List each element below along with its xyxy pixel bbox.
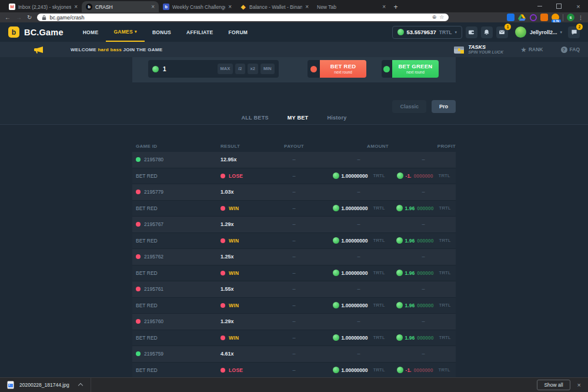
nav-games[interactable]: GAMES▾ <box>106 22 145 42</box>
tab-close-icon[interactable]: × <box>305 4 309 10</box>
bet-green-button[interactable]: BET GREEN next round <box>392 60 439 78</box>
nav-affiliate[interactable]: AFFILIATE <box>179 22 221 42</box>
username-label[interactable]: Jellyroll2... <box>530 29 557 35</box>
tab-newtab[interactable]: New Tab × <box>313 1 390 12</box>
main-nav: HOME GAMES▾ BONUS AFFILIATE FORUM <box>75 22 256 42</box>
trtl-coin-icon <box>333 270 339 276</box>
url-text: bc.game/crash <box>49 15 429 21</box>
classic-mode-button[interactable]: Classic <box>392 100 426 113</box>
megaphone-icon <box>34 46 44 54</box>
zoom-page-icon[interactable]: ⊕ <box>432 15 437 20</box>
bet-red-button[interactable]: BET RED next round <box>320 60 366 78</box>
amount-cell: 1.00000000TRTL <box>326 302 391 308</box>
tab-binance[interactable]: ◆ Balance - Wallet - Binance × <box>236 1 313 12</box>
gmail-icon: M <box>9 4 15 10</box>
bet-color-dot <box>220 303 225 308</box>
max-button[interactable]: MAX <box>218 64 233 74</box>
extension-icon-blue[interactable] <box>507 14 514 21</box>
tab-close-icon[interactable]: × <box>228 4 232 10</box>
trtl-coin-icon <box>333 205 339 211</box>
double-button[interactable]: x2 <box>248 64 258 74</box>
table-row-game[interactable]: 2195767 1.29x – – – <box>132 217 456 233</box>
maximize-button[interactable] <box>549 0 569 12</box>
tab-crash-active[interactable]: b CRASH × <box>82 1 159 12</box>
amount-value: – <box>326 318 391 324</box>
browser-profile-avatar[interactable]: s <box>567 14 574 21</box>
table-row-game[interactable]: 2195759 4.61x – – – <box>132 346 456 363</box>
trtl-coin-icon <box>397 29 404 35</box>
brand-title[interactable]: BC.Game <box>24 28 64 37</box>
address-bar[interactable]: bc.game/crash ⊕ ☆ <box>37 14 449 21</box>
outcome-label: WIN <box>229 335 239 341</box>
col-result: RESULT <box>220 144 262 149</box>
close-window-button[interactable]: × <box>569 0 588 12</box>
game-result-dot <box>136 190 141 194</box>
new-tab-button[interactable]: + <box>390 1 402 12</box>
table-row-game[interactable]: 2195779 1.03x – – – <box>132 184 456 201</box>
bet-amount-value[interactable]: 1 <box>163 66 215 72</box>
reload-icon[interactable]: ↻ <box>27 15 32 21</box>
tab-close-icon[interactable]: × <box>382 4 386 10</box>
table-row-bet[interactable]: BET RED WIN – 1.00000000TRTL 1.96000000T… <box>132 233 456 250</box>
pro-mode-button[interactable]: Pro <box>432 100 456 113</box>
bet-amount-input[interactable]: 1 MAX /2 x2 MIN <box>148 60 279 78</box>
close-shelf-icon[interactable]: × <box>577 381 581 388</box>
table-row-bet[interactable]: BET RED WIN – 1.00000000TRTL 1.96000000T… <box>132 265 456 282</box>
chat-button[interactable]: 2 <box>568 26 580 38</box>
trtl-coin-icon <box>396 205 403 211</box>
bet-type-label: BET RED <box>132 205 220 211</box>
notifications-button[interactable] <box>481 26 493 38</box>
half-button[interactable]: /2 <box>235 64 245 74</box>
table-row-bet[interactable]: BET RED WIN – 1.00000000TRTL 1.96000000T… <box>132 201 456 217</box>
payout-value: – <box>262 189 326 195</box>
game-id: 2195760 <box>144 318 163 324</box>
table-row-game[interactable]: 2195760 1.29x – – – <box>132 314 456 330</box>
min-button[interactable]: MIN <box>260 64 275 74</box>
table-row-game[interactable]: 2195762 1.25x – – – <box>132 249 456 265</box>
rank-link[interactable]: ★RANK <box>521 46 543 53</box>
table-row-bet[interactable]: BET RED LOSE – 1.00000000TRTL -1.0000000… <box>132 168 456 185</box>
tab-gmail[interactable]: M Inbox (2,243) - skyjones84@gma × <box>5 1 82 12</box>
table-row-game[interactable]: 2195780 12.95x – – – <box>132 152 456 168</box>
extension-icon-orange[interactable] <box>540 14 548 21</box>
forward-icon[interactable]: → <box>16 15 22 21</box>
trtl-coin-icon <box>396 302 403 308</box>
back-icon[interactable]: ← <box>5 15 11 21</box>
minimize-button[interactable] <box>530 0 549 12</box>
tab-close-icon[interactable]: × <box>74 4 78 10</box>
balance-selector[interactable]: 53.5579537 TRTL ▾ <box>392 26 462 39</box>
table-header-row: GAME ID RESULT PAYOUT AMOUNT PROFIT <box>132 140 456 152</box>
messages-button[interactable]: 1 <box>496 26 508 38</box>
amount-cell: 1.00000000TRTL <box>326 367 391 373</box>
image-file-icon <box>7 381 14 389</box>
nav-home[interactable]: HOME <box>75 22 106 42</box>
chevron-up-icon[interactable] <box>78 383 82 388</box>
tab-close-icon[interactable]: × <box>151 4 155 10</box>
bookmark-star-icon[interactable]: ☆ <box>439 15 444 20</box>
page-content: 1 MAX /2 x2 MIN BET RED next round BET G… <box>0 57 588 377</box>
nav-forum[interactable]: FORUM <box>221 22 256 42</box>
wallet-button[interactable] <box>466 26 477 38</box>
tab-weekly-challenge[interactable]: b Weekly Crash Challenge - Red R × <box>159 1 236 12</box>
table-row-bet[interactable]: BET RED LOSE – 1.00000000TRTL -1.0000000… <box>132 363 456 378</box>
profit-cell: 1.96000000TRTL <box>391 237 456 244</box>
lock-icon <box>42 15 46 21</box>
bcgame-logo[interactable]: b <box>8 26 19 38</box>
show-all-button[interactable]: Show all <box>537 380 570 390</box>
table-row-bet[interactable]: BET RED WIN – 1.00000000TRTL 1.96000000T… <box>132 298 456 314</box>
download-filename[interactable]: 20200228_181744.jpg <box>19 382 69 388</box>
user-avatar[interactable] <box>515 26 526 38</box>
amount-cell: 1.00000000TRTL <box>326 334 391 341</box>
col-profit: PROFIT <box>391 144 456 149</box>
extension-icon-badged[interactable]: 8.7K <box>552 14 559 21</box>
drive-extension-icon[interactable] <box>518 14 526 21</box>
table-row-bet[interactable]: BET RED WIN – 1.00000000TRTL 1.96000000T… <box>132 330 456 347</box>
table-row-game[interactable]: 2195761 1.55x – – – <box>132 281 456 298</box>
browser-menu-icon[interactable]: ⋮ <box>578 15 583 21</box>
nav-bonus[interactable]: BONUS <box>145 22 179 42</box>
tasks-area[interactable]: TASKS SPIN YOUR LUCK <box>453 44 503 55</box>
payout-value: – <box>262 221 326 227</box>
payout-value: – <box>262 270 326 276</box>
extension-icon-purple[interactable] <box>529 14 537 21</box>
faq-link[interactable]: ?FAQ <box>561 46 580 53</box>
